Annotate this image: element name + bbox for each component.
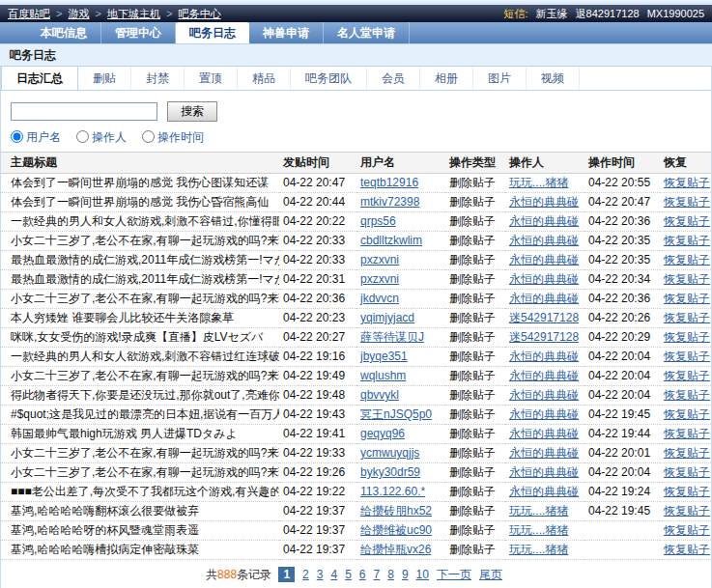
username-link[interactable]: yqimjyjacd (360, 311, 414, 324)
restore-link[interactable]: 恢复贴子 (664, 292, 710, 305)
page-link[interactable]: 2 (302, 568, 309, 581)
restore-link[interactable]: 恢复贴子 (664, 465, 710, 479)
radio-option-1[interactable]: 操作人 (76, 130, 127, 144)
username-link[interactable]: qbvvykl (360, 388, 399, 402)
operator-link[interactable]: 永恒的典典碰 (509, 253, 579, 266)
restore-link[interactable]: 恢复贴子 (664, 330, 710, 344)
page-link[interactable]: 9 (402, 568, 409, 581)
operator-link[interactable]: 迷542917128 (509, 330, 579, 344)
page-link[interactable]: 10 (416, 568, 429, 581)
sub-tab-3[interactable]: 置顶 (185, 67, 238, 90)
operator-link[interactable]: 玩玩....猪猪 (509, 504, 568, 518)
page-link[interactable]: 7 (374, 568, 381, 581)
operator-link[interactable]: 永恒的典典碰 (509, 465, 579, 479)
page-link[interactable]: 4 (330, 568, 337, 581)
restore-link[interactable]: 恢复贴子 (664, 485, 710, 498)
main-tab-4[interactable]: 名人堂申请 (324, 22, 410, 43)
sub-tab-5[interactable]: 吧务团队 (291, 67, 367, 90)
operator-link[interactable]: 永恒的典典碰 (509, 369, 579, 382)
sub-tab-1[interactable]: 删贴 (78, 67, 131, 90)
username-link[interactable]: teqtb12916 (360, 176, 418, 189)
sub-tab-2[interactable]: 封禁 (131, 67, 185, 90)
username-link[interactable]: 给攒维被uc90 (360, 523, 432, 537)
username-link[interactable]: mtkiv72398 (360, 195, 419, 209)
username-link[interactable]: byky30dr59 (360, 465, 420, 479)
username-link[interactable]: qrps56 (360, 214, 396, 228)
username-link[interactable]: ycmwuyqjjs (360, 446, 419, 460)
restore-link[interactable]: 恢复贴子 (664, 543, 710, 556)
operator-link[interactable]: 永恒的典典碰 (509, 234, 579, 247)
search-input[interactable] (11, 102, 157, 121)
main-tab-2[interactable]: 吧务日志 (176, 22, 249, 43)
restore-link[interactable]: 恢复贴子 (664, 234, 710, 247)
operator-link[interactable]: 永恒的典典碰 (509, 485, 579, 498)
breadcrumb-link[interactable]: 百度贴吧 (8, 8, 50, 19)
username-link[interactable]: geqyq96 (360, 427, 405, 440)
restore-link[interactable]: 恢复贴子 (664, 214, 710, 228)
username-link[interactable]: 冥王nJSQ5p0 (360, 407, 432, 421)
sub-tab-4[interactable]: 精品 (238, 67, 291, 90)
operator-link[interactable]: 永恒的典典碰 (509, 214, 579, 228)
username-link[interactable]: 113.122.60.* (360, 485, 425, 498)
last-page-link[interactable]: 尾页 (479, 568, 502, 581)
username-link[interactable]: jbyqe351 (360, 350, 408, 363)
restore-link[interactable]: 恢复贴子 (664, 350, 710, 363)
radio-option-0[interactable]: 用户名 (11, 130, 61, 144)
operator-link[interactable]: 永恒的典典碰 (509, 388, 579, 402)
username-link[interactable]: 薛等待谋贝J (360, 330, 424, 344)
username-link[interactable]: cbdlltzkwlim (360, 234, 422, 247)
page-link[interactable]: 3 (317, 568, 324, 581)
breadcrumb-link[interactable]: 吧务中心 (179, 8, 221, 19)
operator-link[interactable]: 玩玩....猪猪 (509, 523, 568, 537)
page-link[interactable]: 8 (387, 568, 394, 581)
username-link[interactable]: jkdvvcn (360, 292, 399, 305)
operator-link[interactable]: 永恒的典典碰 (509, 427, 579, 440)
restore-link[interactable]: 恢复贴子 (664, 195, 710, 209)
radio-input-0[interactable] (11, 130, 23, 143)
restore-link[interactable]: 恢复贴子 (664, 253, 710, 266)
username-link[interactable]: wqlushm (360, 369, 406, 382)
page-link[interactable]: 5 (345, 568, 352, 581)
main-tab-1[interactable]: 管理中心 (101, 22, 176, 43)
sub-tab-0[interactable]: 日志汇总 (1, 67, 78, 90)
username-link[interactable]: 给攒砖朋hx52 (360, 504, 432, 518)
radio-input-2[interactable] (142, 130, 155, 143)
operator-link[interactable]: 玩玩....猪猪 (509, 176, 568, 189)
operator-link[interactable]: 永恒的典典碰 (509, 272, 579, 286)
user-info-item[interactable]: 新玉缘 (536, 8, 568, 19)
operator-link[interactable]: 永恒的典典碰 (509, 292, 579, 305)
restore-link[interactable]: 恢复贴子 (664, 446, 710, 460)
radio-option-2[interactable]: 操作时间 (142, 130, 204, 144)
sub-tab-6[interactable]: 会员 (367, 67, 420, 90)
search-button[interactable]: 搜索 (167, 101, 217, 122)
restore-link[interactable]: 恢复贴子 (664, 523, 710, 537)
breadcrumb-link[interactable]: 地下城主机 (107, 8, 160, 19)
restore-link[interactable]: 恢复贴子 (664, 407, 710, 421)
operator-link[interactable]: 永恒的典典碰 (509, 407, 579, 421)
user-info-item[interactable]: MX1990025 (647, 8, 704, 19)
restore-link[interactable]: 恢复贴子 (664, 311, 710, 324)
operator-link[interactable]: 迷542917128 (509, 311, 579, 324)
operator-link[interactable]: 玩玩....猪猪 (509, 543, 568, 556)
sub-tab-8[interactable]: 图片 (473, 67, 527, 90)
operator-link[interactable]: 永恒的典典碰 (509, 446, 579, 460)
main-tab-3[interactable]: 神兽申请 (249, 22, 324, 43)
sub-tab-7[interactable]: 相册 (420, 67, 473, 90)
radio-input-1[interactable] (76, 130, 89, 143)
username-link[interactable]: pxzxvni (360, 272, 399, 286)
main-tab-0[interactable]: 本吧信息 (27, 22, 101, 43)
restore-link[interactable]: 恢复贴子 (664, 272, 710, 286)
username-link[interactable]: 给攒悼瓶vx26 (360, 543, 431, 556)
breadcrumb-link[interactable]: 游戏 (69, 8, 90, 19)
username-link[interactable]: pxzxvni (360, 253, 399, 266)
user-info-item[interactable]: 退842917128 (576, 8, 640, 19)
next-page-link[interactable]: 下一页 (437, 568, 471, 581)
restore-link[interactable]: 恢复贴子 (664, 504, 710, 518)
restore-link[interactable]: 恢复贴子 (664, 176, 710, 189)
page-link[interactable]: 6 (359, 568, 366, 581)
restore-link[interactable]: 恢复贴子 (664, 369, 710, 382)
operator-link[interactable]: 永恒的典典碰 (509, 350, 579, 363)
operator-link[interactable]: 永恒的典典碰 (509, 195, 579, 209)
sub-tab-9[interactable]: 视频 (527, 67, 580, 90)
restore-link[interactable]: 恢复贴子 (664, 388, 710, 402)
